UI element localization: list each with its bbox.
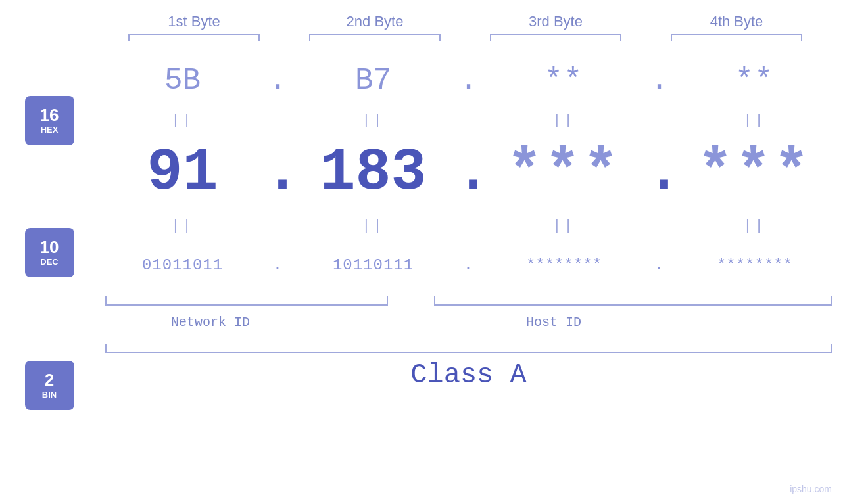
bin-dot-1: . [265, 256, 291, 274]
main-container: 1st Byte 2nd Byte 3rd Byte 4th Byte 16 H… [0, 0, 845, 504]
dec-badge-label: DEC [40, 257, 58, 267]
bin-badge-number: 2 [45, 371, 54, 388]
host-bracket [434, 296, 832, 306]
dec-byte-1: 91 [110, 143, 255, 202]
dec-val-3: *** [506, 139, 621, 206]
bin-byte-4: ******** [683, 256, 827, 274]
sep-icon-2-3: || [552, 218, 575, 234]
bin-byte-1: 01011011 [110, 256, 255, 274]
main-grid: 16 HEX 10 DEC 2 BIN 5B . [0, 48, 845, 504]
hex-byte-4: ** [683, 64, 827, 98]
byte-3-label: 3rd Byte [483, 13, 628, 30]
byte-headers: 1st Byte 2nd Byte 3rd Byte 4th Byte [104, 13, 827, 30]
dec-byte-2: 183 [301, 143, 446, 202]
sep-icon-2-2: || [362, 218, 384, 234]
bin-byte-3: ******** [492, 256, 637, 274]
bin-val-1: 01011011 [142, 256, 223, 274]
dec-dot-2: . [456, 143, 482, 202]
byte-2-label: 2nd Byte [302, 13, 447, 30]
sep-2-2: || [301, 218, 446, 234]
sep-2-1: || [110, 218, 255, 234]
sep-icon-1-4: || [743, 112, 765, 129]
hex-badge: 16 HEX [25, 96, 74, 145]
dec-dot-1: . [265, 143, 291, 202]
bin-badge: 2 BIN [25, 361, 74, 410]
hex-dot-icon-1: . [269, 64, 287, 98]
hex-byte-2: B7 [301, 64, 446, 98]
dec-val-4: *** [697, 139, 811, 206]
dec-byte-3: *** [492, 139, 637, 206]
dec-dot-icon-1: . [265, 139, 301, 206]
network-id-label: Network ID [171, 315, 250, 330]
sep-2-4: || [683, 218, 827, 234]
sep-icon-1-2: || [362, 112, 384, 129]
hex-badge-number: 16 [40, 106, 59, 124]
sep-icon-1-1: || [171, 112, 193, 129]
bin-val-4: ******** [717, 256, 792, 274]
dec-badge-number: 10 [40, 239, 59, 256]
bin-row: 01011011 . 10110111 . ******** . [92, 239, 845, 291]
sep-row-2: || || || || [92, 212, 845, 239]
sep-2-3: || [492, 218, 637, 234]
full-bottom-bracket [105, 344, 832, 353]
dec-badge: 10 DEC [25, 228, 74, 277]
bin-dot-3: . [646, 256, 673, 274]
hex-dot-2: . [456, 64, 482, 98]
bin-dot-icon-3: . [654, 256, 664, 274]
host-id-label: Host ID [526, 315, 581, 330]
hex-val-2: B7 [355, 64, 391, 98]
sep-1-4: || [683, 112, 827, 129]
dec-byte-4: *** [683, 139, 827, 206]
dec-val-2: 183 [320, 139, 426, 206]
bin-val-3: ******** [526, 256, 602, 274]
hex-val-4: ** [735, 64, 774, 98]
id-labels-row: Network ID Host ID [92, 315, 845, 341]
hex-byte-1: 5B [110, 64, 255, 98]
byte-4-label: 4th Byte [664, 13, 809, 30]
bracket-top-3 [490, 34, 621, 41]
bin-byte-2: 10110111 [301, 256, 446, 274]
sep-1-3: || [492, 112, 637, 129]
bottom-brackets-wrapper [92, 296, 845, 309]
hex-dot-icon-2: . [460, 64, 478, 98]
network-bracket [105, 296, 388, 306]
dec-dot-icon-3: . [646, 139, 682, 206]
class-label: Class A [92, 359, 845, 391]
dec-row: 91 . 183 . *** . *** [92, 133, 845, 212]
values-area: 5B . B7 . ** . ** [92, 48, 845, 504]
badges-column: 16 HEX 10 DEC 2 BIN [0, 48, 92, 504]
sep-icon-2-1: || [171, 218, 193, 234]
hex-byte-3: ** [492, 64, 637, 98]
byte-1-label: 1st Byte [122, 13, 266, 30]
hex-dot-3: . [646, 64, 673, 98]
sep-1-1: || [110, 112, 255, 129]
sep-icon-1-3: || [552, 112, 575, 129]
sep-1-2: || [301, 112, 446, 129]
bracket-top-2 [309, 34, 441, 41]
dec-dot-icon-2: . [456, 139, 491, 206]
bin-badge-label: BIN [42, 390, 57, 400]
dec-dot-3: . [646, 143, 673, 202]
hex-val-3: ** [544, 64, 583, 98]
hex-val-1: 5B [164, 64, 201, 98]
bin-dot-icon-1: . [273, 256, 283, 274]
watermark: ipshu.com [790, 484, 832, 494]
hex-dot-icon-3: . [650, 64, 669, 98]
hex-dot-1: . [265, 64, 291, 98]
sep-icon-2-4: || [743, 218, 765, 234]
hex-row: 5B . B7 . ** . ** [92, 55, 845, 107]
dec-val-1: 91 [147, 139, 218, 206]
bin-dot-2: . [456, 256, 482, 274]
bin-val-2: 10110111 [333, 256, 414, 274]
bracket-top-4 [671, 34, 802, 41]
sep-row-1: || || || || [92, 107, 845, 133]
hex-badge-label: HEX [41, 125, 59, 135]
top-brackets [104, 34, 827, 41]
bin-dot-icon-2: . [464, 256, 473, 274]
bracket-top-1 [128, 34, 260, 41]
